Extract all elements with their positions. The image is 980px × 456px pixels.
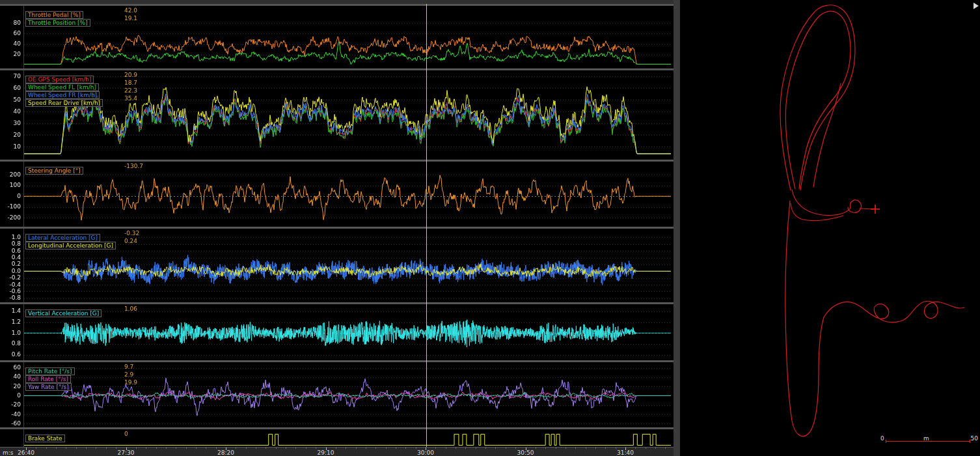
- time-minor-tick: [416, 448, 416, 449]
- series-label[interactable]: Steering Angle [°]: [25, 167, 83, 175]
- track-path: [785, 201, 824, 436]
- y-tick-label: 1.0: [0, 235, 21, 240]
- time-minor-tick: [655, 448, 656, 449]
- track-path: [813, 83, 841, 187]
- series-label[interactable]: Longitudinal Acceleration [G]: [25, 242, 116, 249]
- panel-vertical-acceleration: 1.41.21.00.80.6Vertical Acceleration [G]…: [0, 302, 674, 360]
- map-scale-bar: 0 m 50: [880, 435, 978, 444]
- series-cursor-value: 0.24: [124, 238, 137, 245]
- y-tick-label: 60: [0, 365, 21, 371]
- panel-stack: 80604020Throttle Pedal [%]42.0Throttle P…: [0, 4, 674, 447]
- track-map[interactable]: [680, 0, 980, 456]
- time-axis[interactable]: m:s 26:4027:3028:2029:1030:0030:5031:40: [0, 447, 674, 456]
- time-minor-tick: [485, 448, 486, 449]
- y-tick-label: 70: [0, 74, 21, 79]
- time-minor-tick: [46, 448, 47, 449]
- panel-brake: Brake State0: [0, 427, 674, 447]
- time-tick-label: 31:40: [617, 449, 634, 456]
- y-tick-label: 40: [0, 374, 21, 380]
- time-minor-tick: [366, 448, 366, 449]
- legend-row: Steering Angle [°]-130.7: [25, 163, 143, 171]
- legend-row: Vertical Acceleration [G]1.06: [25, 306, 137, 313]
- series-label[interactable]: Throttle Position [%]: [25, 19, 90, 27]
- time-minor-tick: [465, 448, 466, 449]
- time-minor-tick: [506, 448, 506, 449]
- time-minor-tick: [446, 448, 446, 449]
- chart-region: 80604020Throttle Pedal [%]42.0Throttle P…: [0, 0, 674, 456]
- y-tick-label: -100: [0, 204, 21, 210]
- time-tick-label: 26:40: [18, 449, 34, 456]
- time-tick-label: 30:00: [417, 449, 434, 456]
- scale-unit-label: m: [923, 435, 929, 442]
- series-cursor-value: 2.9: [124, 371, 133, 378]
- y-tick-label: 40: [0, 109, 21, 115]
- time-minor-tick: [646, 448, 646, 449]
- legend-rates: Pitch Rate [°/s]9.7Roll Rate [°/s]2.9Yaw…: [25, 363, 137, 387]
- time-minor-tick: [36, 448, 36, 449]
- time-minor-tick: [536, 448, 536, 449]
- time-minor-tick: [216, 448, 217, 449]
- scale-zero-label: 0: [880, 435, 884, 442]
- time-minor-tick: [186, 448, 187, 449]
- time-minor-tick: [635, 448, 636, 449]
- time-minor-tick: [545, 448, 546, 449]
- y-tick-label: -0.6: [0, 289, 21, 294]
- y-tick-label: 20: [0, 384, 21, 390]
- time-minor-tick: [136, 448, 137, 449]
- series-label[interactable]: Vertical Acceleration [G]: [25, 309, 102, 317]
- y-tick-label: -0.8: [0, 295, 21, 301]
- y-tick-label: -0.2: [0, 275, 21, 281]
- y-tick-label: 200: [0, 172, 21, 178]
- time-minor-tick: [556, 448, 556, 449]
- series-label[interactable]: Brake State: [25, 435, 65, 442]
- time-tick-label: 28:20: [217, 449, 234, 456]
- time-minor-tick: [96, 448, 96, 449]
- y-tick-label: 20: [0, 51, 21, 57]
- time-minor-tick: [56, 448, 57, 449]
- legend-speed: OE GPS Speed [km/h]20.9Wheel Speed FL [k…: [25, 72, 137, 103]
- time-minor-tick: [256, 448, 256, 449]
- time-minor-tick: [176, 448, 176, 449]
- splitter[interactable]: [674, 0, 680, 456]
- series-label[interactable]: Speed Rear Drive [km/h]: [25, 99, 103, 107]
- time-minor-tick: [405, 448, 406, 449]
- time-cursor[interactable]: [426, 4, 427, 447]
- time-minor-tick: [146, 448, 146, 449]
- legend-row: Longitudinal Acceleration [G]0.24: [25, 238, 139, 246]
- y-tick-label: -20: [0, 402, 21, 408]
- scale-right-label: 50: [971, 435, 978, 442]
- time-minor-tick: [66, 448, 66, 449]
- time-minor-tick: [246, 448, 247, 449]
- series-cursor-value: 20.9: [124, 72, 137, 79]
- y-tick-label: 80: [0, 20, 21, 26]
- legend-row: Yaw Rate [°/s]19.9: [25, 379, 137, 387]
- time-tick-label: 27:30: [118, 449, 135, 456]
- play-arrow-icon[interactable]: [973, 3, 979, 9]
- series-cursor-value: 22.3: [124, 87, 137, 94]
- y-tick-label: 0.8: [0, 241, 21, 247]
- series-cursor-value: 1.06: [124, 306, 137, 313]
- legend-row: Wheel Speed FL [km/h]18.7: [25, 79, 137, 87]
- legend-acceleration: Lateral Acceleration [G]-0.32Longitudina…: [25, 230, 139, 246]
- series-label[interactable]: Yaw Rate [°/s]: [25, 383, 72, 391]
- y-tick-label: 40: [0, 41, 21, 47]
- time-minor-tick: [196, 448, 197, 449]
- time-minor-tick: [156, 448, 157, 449]
- panel-acceleration: 1.00.80.60.40.20.0-0.2-0.4-0.6-0.8Latera…: [0, 227, 674, 302]
- time-minor-tick: [336, 448, 336, 449]
- y-tick-label: -0.4: [0, 282, 21, 288]
- y-tick-label: -200: [0, 215, 21, 221]
- y-tick-label: 20: [0, 132, 21, 138]
- time-minor-tick: [316, 448, 316, 449]
- series-cursor-value: 19.9: [124, 379, 137, 386]
- time-minor-tick: [265, 448, 266, 449]
- y-tick-label: 0.0: [0, 268, 21, 274]
- legend-row: Roll Rate [°/s]2.9: [25, 371, 137, 379]
- time-minor-tick: [595, 448, 596, 449]
- track-path: [824, 301, 964, 322]
- y-tick-label: 1.4: [0, 308, 21, 314]
- series-cursor-value: 0: [124, 431, 128, 438]
- time-minor-tick: [286, 448, 286, 449]
- series-cursor-value: 35.4: [124, 95, 137, 102]
- time-minor-tick: [276, 448, 277, 449]
